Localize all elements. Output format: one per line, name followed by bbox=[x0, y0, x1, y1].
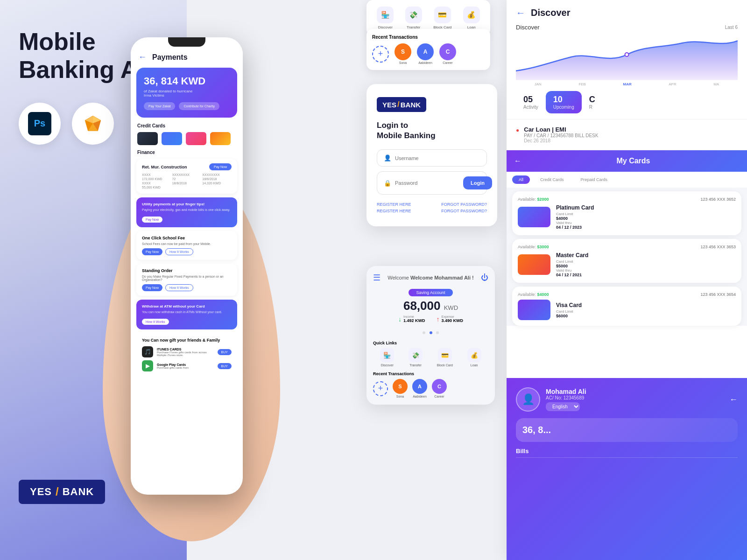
saving-badge: Saving Account bbox=[409, 289, 452, 296]
back-arrow-icon[interactable]: ← bbox=[138, 52, 147, 62]
school-pay-btn[interactable]: Pay Now bbox=[142, 248, 162, 255]
gift-item-google: ▶ Google Play Cards Purchase gifts cards… bbox=[142, 360, 232, 371]
dashboard-screen: ☰ Welcome Welcome Mohammad Ali ! ⏻ Savin… bbox=[366, 266, 495, 405]
login-title: Login to Mobile Banking bbox=[377, 120, 487, 141]
dash-sona[interactable]: S Sona bbox=[393, 379, 408, 398]
register-link[interactable]: REGISTER HERE bbox=[377, 202, 411, 207]
forgot-password-link[interactable]: FORGOT PASSWORD? bbox=[441, 202, 487, 207]
password-input-container[interactable]: 🔒 Login bbox=[377, 171, 487, 195]
username-input[interactable] bbox=[395, 155, 480, 161]
mini-card-pink[interactable] bbox=[186, 132, 206, 145]
language-selector[interactable]: English bbox=[546, 402, 580, 411]
master-card-top: Available: $3000 123 456 XXX 3653 bbox=[518, 245, 736, 249]
google-play-icon: ▶ bbox=[142, 360, 153, 371]
finance-detail: XXXXXXXX bbox=[202, 173, 232, 176]
dash-transfer[interactable]: 💸 Transfer bbox=[409, 348, 423, 367]
dash-add-contact[interactable]: + bbox=[373, 381, 388, 396]
forgot-display[interactable]: FORGOT PASSWORD? bbox=[441, 209, 487, 213]
password-input[interactable] bbox=[395, 180, 459, 186]
login-links-row: REGISTER HERE FORGOT PASSWORD? bbox=[377, 202, 487, 207]
pay-now-btn[interactable]: Pay Now bbox=[209, 163, 232, 170]
mini-card-dark[interactable] bbox=[137, 132, 158, 145]
contact-career[interactable]: C Career bbox=[439, 43, 456, 64]
standing-how-btn[interactable]: How It Works bbox=[165, 284, 193, 291]
recurring-label-text: R bbox=[589, 105, 595, 110]
yes-bank-logo-container: YES / BANK bbox=[377, 97, 487, 112]
school-how-btn[interactable]: How It Works bbox=[165, 248, 193, 255]
dash-aabideen[interactable]: A Aabideen bbox=[412, 379, 427, 398]
cards-tab-prepaid[interactable]: Prepaid Cards bbox=[574, 175, 614, 184]
yes-bank-logo: YES / BANK bbox=[377, 97, 426, 112]
yes-slash-icon: / bbox=[397, 100, 400, 109]
platinum-card-visual bbox=[518, 207, 550, 227]
dash-header: ☰ Welcome Welcome Mohammad Ali ! ⏻ bbox=[373, 273, 488, 283]
pay-zakat-btn[interactable]: Pay Your Zakat bbox=[144, 102, 175, 110]
sona-name: Sona bbox=[399, 61, 407, 64]
cards-tab-credit[interactable]: Credit Cards bbox=[534, 175, 571, 184]
dash-quick-links-title: Quick Links bbox=[373, 341, 488, 345]
yes-bank-badge: YES / BANK bbox=[19, 480, 105, 504]
username-input-container[interactable]: 👤 bbox=[377, 149, 487, 167]
google-play-buy-btn[interactable]: BUY bbox=[218, 363, 232, 369]
transactions-avatars: + S Sona A Aabideen C Career bbox=[372, 43, 485, 64]
itunes-icon: 🎵 bbox=[142, 346, 153, 357]
finance-name: Ret. Mur. Construction bbox=[142, 165, 187, 169]
contact-aabideen[interactable]: A Aabideen bbox=[417, 43, 434, 64]
cards-tab-all[interactable]: All bbox=[512, 175, 530, 184]
activity-tab[interactable]: 05 Activity bbox=[516, 91, 546, 113]
promo-pay-now-btn[interactable]: Pay Now bbox=[142, 217, 162, 223]
master-available-label: Available: $3000 bbox=[518, 245, 549, 249]
chart-month-labels: JAN FEB MAR APR MA bbox=[516, 82, 738, 86]
finance-detail: 55,000 KWD bbox=[142, 186, 171, 189]
dashboard-balance: 68,000 KWD bbox=[373, 299, 488, 313]
dashboard-menu-icon[interactable]: ☰ bbox=[373, 273, 381, 283]
profile-back-arrow[interactable]: ← bbox=[729, 395, 738, 405]
recurring-tab[interactable]: C R bbox=[582, 91, 603, 113]
my-cards-title: My Cards bbox=[527, 157, 740, 165]
add-contact-btn[interactable]: + bbox=[372, 46, 389, 63]
sona-avatar: S bbox=[395, 43, 411, 60]
profile-account: AC/ No: 12345689 bbox=[546, 395, 586, 400]
payments-hero-banner: 36, 814 KWD of Zakat donated to hurrican… bbox=[136, 68, 237, 118]
register-display[interactable]: REGISTER HERE bbox=[377, 209, 411, 213]
dash-discover[interactable]: 🏪 Discover bbox=[380, 348, 394, 367]
transfer-link[interactable]: 💸 Transfer bbox=[405, 7, 422, 29]
hero-amount: 36, 814 KWD bbox=[144, 75, 230, 87]
mini-card-orange[interactable] bbox=[210, 132, 231, 145]
discover-link[interactable]: 🏪 Discover bbox=[377, 7, 394, 29]
recurring-number: C bbox=[589, 95, 595, 105]
dash-sona-name: Sona bbox=[396, 395, 404, 398]
mini-card-blue[interactable] bbox=[162, 132, 182, 145]
loan-link[interactable]: 💰 Loan bbox=[463, 7, 480, 29]
expense-item: ↑ Expense 3.490 KWD bbox=[437, 315, 464, 323]
discover-back-arrow-icon[interactable]: ← bbox=[516, 7, 525, 18]
platinum-limit-label: Card Limit bbox=[556, 212, 594, 216]
add-contact[interactable]: + bbox=[372, 46, 389, 63]
standing-order-section: Standing Order Do you Make Regular Fixed… bbox=[136, 264, 237, 296]
contact-sona[interactable]: S Sona bbox=[395, 43, 411, 64]
discover-sub-title: Discover bbox=[516, 24, 540, 31]
discover-chart-svg bbox=[516, 34, 738, 80]
power-icon[interactable]: ⏻ bbox=[481, 273, 488, 282]
dash-block-card-label: Block Card bbox=[437, 364, 453, 367]
car-loan-title: Car Loan | EMI bbox=[524, 126, 598, 133]
itunes-info: ITUNES CARDS Purchase iTunes gifts cards… bbox=[157, 348, 214, 357]
right-panel: ← Discover Discover Last 6 bbox=[507, 0, 747, 560]
dash-career[interactable]: C Career bbox=[432, 379, 447, 398]
dash-block-card[interactable]: 💳 Block Card bbox=[437, 348, 453, 367]
atm-how-btn[interactable]: How It Works bbox=[142, 319, 169, 325]
dash-loan[interactable]: 💰 Loan bbox=[467, 348, 481, 367]
itunes-desc: Purchase iTunes gifts cards from across … bbox=[157, 351, 214, 357]
bills-menu-item[interactable]: Bills bbox=[516, 448, 738, 458]
dash-quick-links-row: 🏪 Discover 💸 Transfer 💳 Block Card 💰 Loa… bbox=[373, 348, 488, 367]
upcoming-tab[interactable]: 10 Upcoming bbox=[546, 91, 582, 113]
standing-pay-btn[interactable]: Pay Now bbox=[142, 284, 162, 291]
transfer-icon: 💸 bbox=[405, 7, 422, 23]
dash-transfer-label: Transfer bbox=[409, 364, 422, 367]
contribute-charity-btn[interactable]: Contribute for Charity bbox=[179, 102, 219, 110]
itunes-buy-btn[interactable]: BUY bbox=[218, 349, 232, 355]
car-loan-info: Car Loan | EMI PAY / CAR / 123456788 BIL… bbox=[524, 126, 598, 143]
login-button[interactable]: Login bbox=[463, 176, 492, 189]
block-card-link[interactable]: 💳 Block Card bbox=[433, 7, 451, 29]
my-cards-back-arrow-icon[interactable]: ← bbox=[514, 157, 521, 165]
